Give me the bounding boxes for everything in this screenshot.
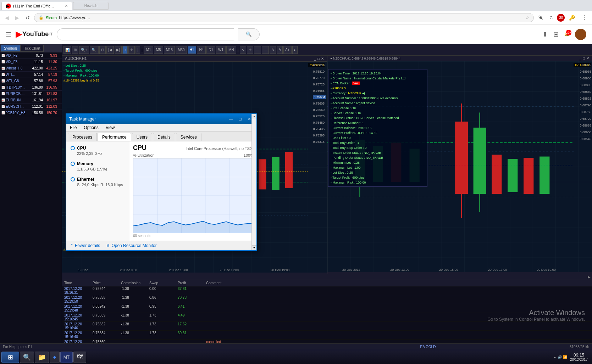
star-icon[interactable]: ☆ [525, 15, 529, 20]
toolbar-back[interactable]: |◀ [106, 46, 114, 54]
lastpass-btn[interactable]: 🔑 [567, 13, 577, 22]
toolbar-fit[interactable]: ⊡ [99, 46, 106, 54]
active-tab[interactable]: ▶ (11) In The End (Offic... ✕ [1, 2, 72, 10]
toolbar-line[interactable]: — [254, 46, 261, 54]
symbol-row[interactable]: 📈 WTI... 57.14 57.19 [0, 72, 62, 78]
sidebar-tab-tick[interactable]: Tick Chart [21, 45, 43, 52]
tm-menu-options[interactable]: Options [80, 124, 102, 131]
tm-footer: ⌃ Fewer details 🖥 Open Resource Monitor [66, 241, 256, 250]
chart-left-min[interactable]: _ [314, 57, 316, 61]
tm-tab-users[interactable]: Users [132, 133, 152, 141]
menu-dots-btn[interactable]: ⋮ [579, 13, 589, 22]
yt-avatar[interactable] [575, 29, 586, 40]
tm-open-monitor-btn[interactable]: 🖥 Open Resource Monitor [106, 243, 156, 248]
toolbar-crosshair2[interactable]: ✛ [247, 46, 253, 54]
chart-left-max[interactable]: □ [317, 57, 320, 61]
chart-right-min[interactable]: _ [579, 56, 581, 60]
tab-close-btn[interactable]: ✕ [65, 4, 68, 8]
tm-scroll-up[interactable]: ▲ [252, 114, 256, 119]
tf-h4[interactable]: H4 [197, 46, 206, 54]
symbol-name: EURBOBL... [6, 92, 29, 96]
chart-left-close[interactable]: ✕ [321, 57, 324, 61]
table-row[interactable]: 2017.12.20 18:16:31 0.75544 -1.38 0.00 3… [62, 286, 592, 295]
hamburger-icon[interactable]: ☰ [6, 30, 11, 38]
yt-notifications[interactable]: 🔔 29+ [564, 32, 569, 37]
tm-menu-file[interactable]: File [66, 124, 80, 131]
taskbar-metatrader[interactable]: MT [60, 352, 73, 363]
forward-btn[interactable]: ▶ [13, 13, 21, 22]
tf-w1[interactable]: W1 [216, 46, 226, 54]
taskbar-explorer[interactable]: 📁 [35, 352, 49, 363]
toolbar-arrow[interactable]: ↖ [240, 46, 246, 54]
taskbar-maps[interactable]: 🗺 [73, 352, 86, 363]
toolbar-more[interactable]: ▸ [292, 46, 298, 54]
tm-tab-performance[interactable]: Performance [98, 133, 131, 141]
tf-m30[interactable]: M30 [176, 46, 187, 54]
symbol-row[interactable]: 📈 WTI_G8 57.88 57.93 [0, 78, 62, 84]
chart-right-close[interactable]: ✕ [586, 56, 589, 60]
toolbar-text[interactable]: A [277, 46, 283, 54]
toolbar-period-sep[interactable]: | [135, 46, 140, 54]
toolbar-draw[interactable]: ✎ [270, 46, 276, 54]
tm-scrollbar[interactable]: ▲ ▼ [251, 114, 256, 250]
ecn-yes-badge: Yes [352, 82, 360, 85]
status-bar: For Help, press F1 EA GOLD 31083/25 kb [0, 343, 592, 350]
tm-scroll-down[interactable]: ▼ [252, 245, 256, 250]
table-row[interactable]: 2017.12.20 15:16:46 0.75832 -1.38 1.73 1… [62, 322, 592, 331]
symbol-row[interactable]: 📈 ITBTP10Y... 136.89 136.95 [0, 84, 62, 91]
symbol-row[interactable]: 📈 EURBUN... 161.94 161.97 [0, 97, 62, 103]
sidebar-tab-symbols[interactable]: Symbols [1, 45, 21, 52]
yt-search-btn[interactable]: 🔍 [238, 28, 260, 40]
symbol-row[interactable]: 📈 Wheat_H8 422.00 423.25 [0, 65, 62, 72]
yt-logo[interactable]: ▶ YouTube IT [16, 30, 52, 39]
table-row[interactable]: 2017.12.20 15:16:48 0.75834 -1.38 1.73 3… [62, 331, 592, 340]
toolbar-zoom-out[interactable]: 🔍- [90, 46, 99, 54]
yt-search-input[interactable] [57, 28, 234, 40]
tf-m15[interactable]: M15 [164, 46, 175, 54]
tm-tab-details[interactable]: Details [153, 133, 175, 141]
toolbar-forward[interactable]: ▶| [115, 46, 122, 54]
toolbar-zoom-in[interactable]: 🔍+ [79, 46, 89, 54]
tf-m5[interactable]: M5 [154, 46, 163, 54]
symbol-row[interactable]: 📈 EURBOBL... 131.81 131.83 [0, 91, 62, 97]
taskbar-chrome[interactable]: ● [50, 352, 60, 363]
chart-right-max[interactable]: □ [583, 56, 585, 60]
address-bar[interactable]: 🔒 Sicuro https://www.yo... ☆ [34, 13, 534, 22]
extensions-btn[interactable]: 🔌 [536, 14, 545, 21]
adblock-btn[interactable]: 30 [557, 14, 565, 22]
tm-maximize-btn[interactable]: □ [236, 116, 244, 123]
tm-minimize-btn[interactable]: — [227, 116, 235, 123]
toolbar-autoprice[interactable]: ↕ [122, 46, 128, 54]
toolbar-hline[interactable]: — [262, 46, 269, 54]
tm-resource-memory[interactable]: Memory 1,1/5,9 GB (19%) [69, 160, 127, 173]
tf-h1[interactable]: H1 [188, 46, 197, 54]
toolbar-abc[interactable]: A+ [283, 46, 292, 54]
symbol-row[interactable]: 📈 VIX_F8 11.15 11.30 [0, 59, 62, 65]
symbol-row[interactable]: 📈 VIX_F2 9.73 9.93 [0, 52, 62, 59]
tm-fewer-details-btn[interactable]: ⌃ Fewer details [70, 243, 100, 248]
back-btn[interactable]: ◀ [3, 13, 11, 22]
reload-btn[interactable]: ↺ [23, 13, 32, 22]
symbol-row[interactable]: 📈 EURSCH... 112.01 112.03 [0, 103, 62, 110]
yt-upload-btn[interactable]: ⬆ [542, 30, 548, 38]
table-row[interactable]: 2017.12.20 15:19:50 0.75838 -1.38 0.86 7… [62, 295, 592, 304]
start-btn[interactable]: ⊞ [1, 352, 19, 363]
taskbar-search[interactable]: 🔍 [20, 352, 34, 363]
cpu-graph-svg [133, 158, 253, 233]
tm-tab-processes[interactable]: Processes [68, 133, 97, 141]
tf-mn[interactable]: MN [226, 46, 236, 54]
tm-menu-view[interactable]: View [102, 124, 118, 131]
tm-resource-ethernet[interactable]: Ethernet S: 24,0 Kbps R: 16,0 Kbps [69, 175, 127, 188]
symbol-row[interactable]: 📈 JGB10Y_H8 150.58 150.70 [0, 110, 62, 116]
tf-d1[interactable]: D1 [206, 46, 215, 54]
toolbar-crosshair[interactable]: ✛ [128, 46, 135, 54]
translate-btn[interactable]: G [547, 14, 555, 21]
toolbar-new-chart[interactable]: 📊 [63, 46, 71, 54]
tm-resource-cpu[interactable]: CPU 22% 2,39 GHz [69, 144, 127, 157]
tm-tab-services[interactable]: Services [176, 133, 201, 141]
yt-apps-btn[interactable]: ⊞ [553, 30, 559, 38]
tf-m1[interactable]: M1 [144, 46, 153, 54]
toolbar-templates[interactable]: ⊞ [72, 46, 78, 54]
taskbar-time[interactable]: 09:15 20/12/2017 [570, 353, 588, 362]
collapse-arrow[interactable]: ▶ [588, 275, 591, 279]
